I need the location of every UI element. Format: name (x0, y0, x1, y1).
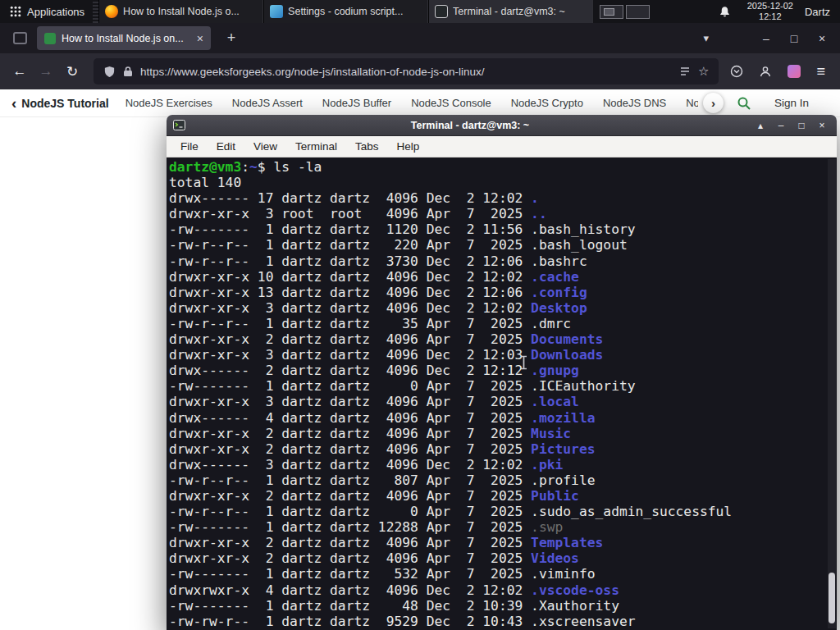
terminal-icon (173, 120, 185, 130)
bookmark-star-icon[interactable]: ☆ (698, 64, 709, 79)
prompt-user-host: dartz@vm3 (169, 159, 241, 175)
pocket-icon[interactable] (730, 65, 743, 78)
terminal-menu-item[interactable]: File (171, 140, 208, 153)
browser-close-button[interactable]: × (814, 32, 830, 45)
site-nav-item[interactable]: NodeJS Console (411, 97, 491, 109)
terminal-close-button[interactable]: × (814, 120, 830, 131)
file-name: .dmrc (531, 316, 571, 331)
tab-bar: How to Install Node.js on... × + ▾ – □ × (0, 23, 840, 53)
file-name: Videos (531, 550, 579, 566)
terminal-output-line: drwxr-xr-x 13 dartz dartz 4096 Dec 2 12:… (169, 285, 837, 300)
file-name: .pki (531, 457, 563, 472)
terminal-menu-item[interactable]: Help (388, 140, 429, 153)
terminal-output: drwx------ 17 dartz dartz 4096 Dec 2 12:… (169, 190, 837, 629)
file-attributes: drwxrwxr-x 4 dartz dartz 4096 Dec 2 12:0… (169, 582, 531, 598)
site-nav-item[interactable]: Node (686, 97, 698, 109)
terminal-minimize-button[interactable]: – (773, 120, 789, 131)
file-name: Documents (531, 331, 603, 347)
terminal-menu-item[interactable]: Terminal (286, 140, 346, 153)
site-nav-item[interactable]: NodeJS Exercises (126, 97, 212, 109)
terminal-screen[interactable]: dartz@vm3:~$ ls -la total 140 drwx------… (167, 158, 837, 630)
lock-icon[interactable] (123, 66, 133, 77)
file-attributes: -rw------- 1 dartz dartz 0 Apr 7 2025 (169, 378, 531, 394)
terminal-output-line: drwxr-xr-x 2 dartz dartz 4096 Apr 7 2025… (169, 488, 837, 504)
clock[interactable]: 2025-12-02 12:12 (747, 1, 793, 22)
url-text: https://www.geeksforgeeks.org/node-js/in… (140, 66, 672, 78)
scrollbar-thumb[interactable] (829, 573, 835, 623)
site-nav-item[interactable]: NodeJS Assert (232, 97, 303, 109)
url-bar[interactable]: https://www.geeksforgeeks.org/node-js/in… (94, 58, 719, 84)
terminal-shade-button[interactable]: ▴ (752, 120, 769, 131)
chevron-left-icon[interactable]: ‹ (11, 95, 16, 111)
file-attributes: drwxr-xr-x 2 dartz dartz 4096 Apr 7 2025 (169, 550, 531, 566)
file-name: .gnupg (531, 363, 579, 378)
terminal-menu-item[interactable]: Edit (208, 140, 244, 153)
desktop: Applications How to Install Node.js o...… (0, 0, 840, 630)
notification-bell-icon[interactable] (719, 6, 731, 18)
file-name: .vscode-oss (531, 582, 619, 598)
site-nav-item[interactable]: NodeJS Crypto (511, 97, 583, 109)
applications-label: Applications (27, 6, 84, 18)
firefox-view-icon[interactable] (13, 32, 27, 44)
chevron-right-button[interactable]: › (703, 93, 724, 113)
hamburger-menu-icon[interactable]: ≡ (816, 64, 825, 79)
window-controls: ▾ – □ × (703, 32, 833, 45)
file-attributes: -rw-r--r-- 1 dartz dartz 807 Apr 7 2025 (169, 472, 531, 488)
terminal-output-line: drwxr-xr-x 3 dartz dartz 4096 Apr 7 2025… (169, 394, 837, 409)
reload-button[interactable]: ↻ (59, 59, 85, 84)
file-attributes: drwxr-xr-x 2 dartz dartz 4096 Apr 7 2025 (169, 441, 531, 457)
terminal-output-line: drwxr-xr-x 2 dartz dartz 4096 Apr 7 2025… (169, 550, 837, 566)
terminal-maximize-button[interactable]: □ (793, 120, 810, 131)
terminal-output-line: drwxrwxr-x 4 dartz dartz 4096 Dec 2 12:0… (169, 582, 837, 598)
site-nav-item[interactable]: NodeJS DNS (603, 97, 666, 109)
prompt-separator: : (241, 159, 249, 175)
workspace-switcher[interactable] (600, 5, 650, 19)
prompt-path: ~ (249, 159, 258, 175)
browser-minimize-button[interactable]: – (758, 32, 774, 45)
forward-button[interactable]: → (33, 59, 59, 84)
workspace-2[interactable] (626, 5, 650, 19)
extension-icon[interactable] (788, 65, 801, 78)
terminal-output-line: drwx------ 3 dartz dartz 4096 Dec 2 12:0… (169, 457, 837, 472)
browser-tab[interactable]: How to Install Node.js on... × (37, 26, 211, 50)
terminal-output-line: -rw------- 1 dartz dartz 0 Apr 7 2025 .I… (169, 378, 837, 394)
file-name: Downloads (531, 347, 603, 363)
site-nav-current[interactable]: NodeJS Tutorial (21, 97, 108, 110)
taskbar-window-title: How to Install Node.js o... (123, 6, 240, 17)
taskbar-button[interactable]: Terminal - dartz@vm3: ~ (428, 0, 593, 23)
site-nav-item[interactable]: NodeJS Buffer (322, 97, 391, 109)
workspace-1[interactable] (600, 5, 623, 19)
tab-close-icon[interactable]: × (197, 32, 203, 45)
file-name: .xscreensaver (531, 614, 635, 629)
new-tab-button[interactable]: + (221, 30, 242, 47)
taskbar: How to Install Node.js o... Settings - c… (98, 0, 593, 23)
back-button[interactable]: ← (7, 59, 33, 84)
terminal-output-line: -rw-rw-r-- 1 dartz dartz 9529 Dec 2 10:4… (169, 614, 837, 629)
file-name: Desktop (531, 300, 587, 316)
applications-menu[interactable]: Applications (0, 0, 93, 23)
terminal-scrollbar[interactable] (828, 159, 836, 628)
taskbar-button[interactable]: How to Install Node.js o... (98, 0, 263, 23)
applications-grid-icon (10, 6, 21, 17)
panel-handle[interactable] (93, 0, 98, 23)
terminal-output-line: -rw-r--r-- 1 dartz dartz 220 Apr 7 2025 … (169, 237, 837, 253)
terminal-titlebar[interactable]: Terminal - dartz@vm3: ~ ▴ – □ × (167, 115, 837, 136)
terminal-output-line: drwxr-xr-x 2 dartz dartz 4096 Apr 7 2025… (169, 426, 837, 441)
terminal-menu-item[interactable]: View (244, 140, 286, 153)
reader-mode-icon[interactable] (679, 66, 691, 77)
terminal-output-line: -rw-r--r-- 1 dartz dartz 807 Apr 7 2025 … (169, 472, 837, 488)
file-name: .swp (531, 519, 563, 535)
terminal-menu-item[interactable]: Tabs (346, 140, 388, 153)
browser-toolbar: ← → ↻ https://www.geeksforgeeks.org/node… (0, 53, 840, 89)
account-icon[interactable] (759, 65, 772, 78)
browser-maximize-button[interactable]: □ (786, 32, 802, 45)
shield-icon[interactable] (103, 66, 116, 78)
tab-favicon (44, 33, 56, 44)
list-tabs-icon[interactable]: ▾ (703, 32, 709, 44)
file-name: .cache (531, 269, 579, 285)
taskbar-button[interactable]: Settings - codium script... (263, 0, 428, 23)
sign-in-link[interactable]: Sign In (774, 97, 809, 109)
search-icon[interactable] (737, 96, 751, 111)
file-attributes: drwxr-xr-x 2 dartz dartz 4096 Apr 7 2025 (169, 426, 531, 441)
file-attributes: -rw-r--r-- 1 dartz dartz 35 Apr 7 2025 (169, 316, 531, 331)
